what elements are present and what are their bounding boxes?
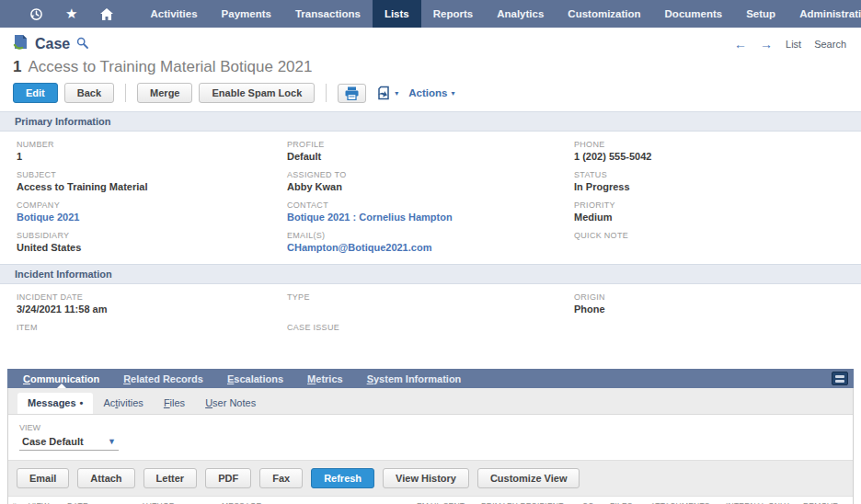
col-attachments[interactable]: ATTACHMENTS xyxy=(647,497,722,504)
sublist-button-bar: Email Attach Letter PDF Fax Refresh View… xyxy=(8,460,853,497)
field-priority: PRIORITYMedium xyxy=(574,200,861,223)
tab-related-records[interactable]: Related Records xyxy=(111,369,215,388)
nav-item-administration[interactable]: Administration & Controls xyxy=(787,0,861,28)
edit-button[interactable]: Edit xyxy=(13,83,58,103)
refresh-button[interactable]: Refresh xyxy=(311,468,374,488)
field-emails: EMAIL(S)CHampton@Botique2021.com xyxy=(287,231,574,253)
record-title-text: Access to Training Material Botique 2021 xyxy=(28,58,312,75)
field-profile: PROFILEDefault xyxy=(287,140,574,162)
messages-table: # VIEW DATE▾ AUTHOR MESSAGE EMAIL SENT P… xyxy=(8,497,853,504)
col-email-sent[interactable]: EMAIL SENT xyxy=(413,497,477,504)
attach-button[interactable]: Attach xyxy=(77,468,134,488)
col-view[interactable]: VIEW xyxy=(25,497,63,504)
sublist-tabs: Messages• Activities Files User Notes xyxy=(8,388,853,415)
field-origin-value: Phone xyxy=(574,304,861,315)
field-status-value: In Progress xyxy=(574,181,861,192)
view-dropdown[interactable]: Case Default ▼ xyxy=(19,432,119,451)
list-link[interactable]: List xyxy=(786,39,801,50)
print-button[interactable] xyxy=(338,84,366,103)
field-case-issue: CASE ISSUE xyxy=(287,323,574,345)
view-selector-area: VIEW Case Default ▼ xyxy=(8,415,853,460)
star-icon[interactable]: ★ xyxy=(65,6,77,22)
back-button[interactable]: Back xyxy=(64,83,114,103)
field-type: TYPE xyxy=(287,292,574,315)
enable-spam-lock-button[interactable]: Enable Spam Lock xyxy=(199,83,315,103)
subtab-activities[interactable]: Activities xyxy=(93,393,153,414)
back-arrow-icon[interactable]: ← xyxy=(734,38,747,51)
collapse-tabs-icon[interactable] xyxy=(832,372,848,385)
col-date[interactable]: DATE▾ xyxy=(63,497,137,504)
forward-arrow-icon[interactable]: → xyxy=(760,38,773,51)
primary-information-header[interactable]: Primary Information xyxy=(0,111,861,132)
contact-link[interactable]: Botique 2021 : Cornelius Hampton xyxy=(287,212,574,223)
col-cc[interactable]: CC xyxy=(579,497,606,504)
case-record-icon xyxy=(13,34,29,54)
field-subsidiary: SUBSIDIARYUnited States xyxy=(17,231,287,253)
field-subsidiary-value: United States xyxy=(17,242,287,253)
chevron-down-icon: ▾ xyxy=(395,89,398,97)
letter-button[interactable]: Letter xyxy=(144,468,198,488)
col-primary-recipient[interactable]: PRIMARY RECIPIENT xyxy=(477,497,579,504)
pdf-button[interactable]: PDF xyxy=(205,468,251,488)
communication-panel: Messages• Activities Files User Notes VI… xyxy=(7,388,854,504)
nav-item-setup[interactable]: Setup xyxy=(734,0,787,28)
nav-item-payments[interactable]: Payments xyxy=(210,0,283,28)
tab-system-information[interactable]: System Information xyxy=(355,369,474,388)
nav-item-lists[interactable]: Lists xyxy=(373,0,421,28)
chevron-down-icon: ▼ xyxy=(108,437,116,446)
subtab-messages[interactable]: Messages• xyxy=(17,393,93,414)
field-subject: SUBJECTAccess to Training Material xyxy=(17,170,287,192)
record-action-toolbar: Edit Back Merge Enable Spam Lock ▾ Actio… xyxy=(0,78,861,111)
col-files[interactable]: FILES xyxy=(606,497,647,504)
incident-information-header[interactable]: Incident Information xyxy=(0,264,861,284)
record-nav-links: ← → List Search xyxy=(734,38,846,51)
search-link[interactable]: Search xyxy=(814,39,846,50)
record-number: 1 xyxy=(13,58,21,75)
tab-metrics[interactable]: Metrics xyxy=(295,369,355,388)
col-message[interactable]: MESSAGE xyxy=(218,497,413,504)
subtab-user-notes[interactable]: User Notes xyxy=(195,393,266,414)
record-type-title: Case xyxy=(35,36,70,52)
tab-escalations[interactable]: Escalations xyxy=(215,369,295,388)
record-title: 1Access to Training Material Botique 202… xyxy=(0,54,861,78)
customize-view-button[interactable]: Customize View xyxy=(477,468,580,488)
col-remove: REMOVE xyxy=(799,497,853,504)
actions-menu[interactable]: Actions ▾ xyxy=(408,87,454,98)
field-assigned-to: ASSIGNED TOAbby Kwan xyxy=(287,170,574,192)
fax-button[interactable]: Fax xyxy=(259,468,303,488)
field-incident-date: INCIDENT DATE3/24/2021 11:58 am xyxy=(17,292,287,315)
nav-item-customization[interactable]: Customization xyxy=(556,0,652,28)
toolbar-divider xyxy=(125,84,126,102)
export-icon xyxy=(376,86,392,100)
tab-communication[interactable]: Communication xyxy=(11,369,111,388)
nav-item-documents[interactable]: Documents xyxy=(653,0,735,28)
subtab-files[interactable]: Files xyxy=(154,393,195,414)
search-icon[interactable] xyxy=(76,36,88,52)
field-phone: PHONE1 (202) 555-5042 xyxy=(574,140,861,162)
table-header-row: # VIEW DATE▾ AUTHOR MESSAGE EMAIL SENT P… xyxy=(8,497,853,504)
nav-icon-group: ★ xyxy=(0,0,138,28)
export-menu-button[interactable]: ▾ xyxy=(373,84,402,102)
field-incident-date-value: 3/24/2021 11:58 am xyxy=(17,304,287,315)
nav-item-activities[interactable]: Activities xyxy=(138,0,209,28)
nav-item-analytics[interactable]: Analytics xyxy=(485,0,556,28)
print-icon xyxy=(344,86,360,100)
history-icon[interactable] xyxy=(29,7,43,21)
col-author[interactable]: AUTHOR xyxy=(137,497,218,504)
col-internal-only[interactable]: INTERNAL ONLY xyxy=(722,497,799,504)
field-quick-note-value xyxy=(574,242,861,253)
email-button[interactable]: Email xyxy=(17,468,69,488)
field-status: STATUSIn Progress xyxy=(574,170,861,192)
field-subject-value: Access to Training Material xyxy=(17,181,287,192)
home-icon[interactable] xyxy=(99,7,114,21)
field-contact: CONTACTBotique 2021 : Cornelius Hampton xyxy=(287,200,574,223)
merge-button[interactable]: Merge xyxy=(137,83,192,103)
nav-item-transactions[interactable]: Transactions xyxy=(283,0,373,28)
field-quick-note: QUICK NOTE xyxy=(574,231,861,253)
field-priority-value: Medium xyxy=(574,212,861,223)
email-link[interactable]: CHampton@Botique2021.com xyxy=(287,242,574,253)
nav-item-reports[interactable]: Reports xyxy=(421,0,485,28)
company-link[interactable]: Botique 2021 xyxy=(17,212,287,223)
view-history-button[interactable]: View History xyxy=(383,468,469,488)
chevron-down-icon: ▾ xyxy=(451,89,454,97)
